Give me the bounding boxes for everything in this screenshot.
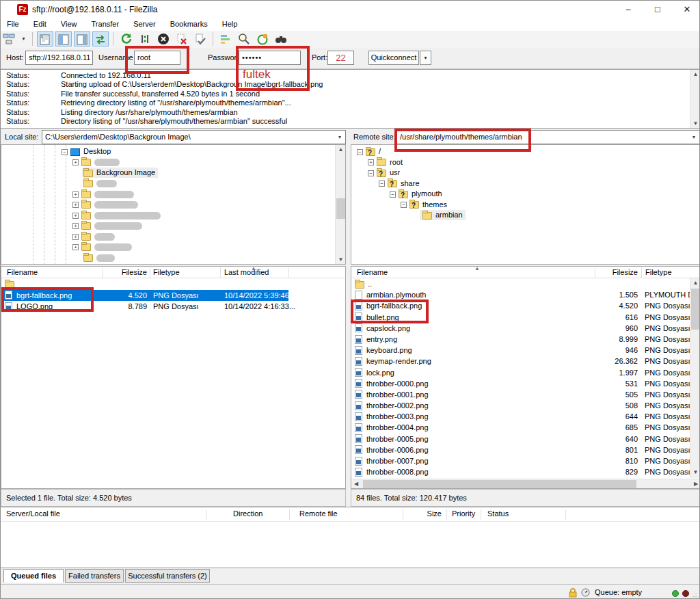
tree-item-armbian[interactable]: armbian bbox=[420, 210, 466, 220]
tree-item-usr[interactable]: −usr bbox=[368, 168, 400, 178]
tree-item-redacted[interactable]: + bbox=[72, 200, 138, 210]
file-row[interactable]: throbber-0008.png829PNG Dosyası bbox=[351, 466, 690, 477]
resize-grip[interactable]: .:: bbox=[692, 591, 698, 598]
scroll-down-icon[interactable]: ▼ bbox=[336, 255, 346, 264]
log-scrollbar[interactable]: ▲ ▼ bbox=[690, 70, 700, 128]
column-header-filename[interactable]: Filename bbox=[7, 268, 38, 276]
tab-successful-transfers[interactable]: Successful transfers (2) bbox=[125, 569, 210, 583]
tree-item-redacted[interactable]: + bbox=[72, 210, 161, 220]
local-site-combobox[interactable]: C:\Users\erdem\Desktop\Backgroun Image\ bbox=[42, 130, 346, 144]
file-row-bgrt-fallback[interactable]: bgrt-fallback.png 4.520 PNG Dosyası 10/1… bbox=[1, 290, 345, 302]
file-row[interactable]: throbber-0004.png685PNG Dosyası bbox=[351, 422, 690, 433]
file-row[interactable]: throbber-0000.png531PNG Dosyası bbox=[351, 378, 690, 389]
tree-item-redacted[interactable] bbox=[83, 252, 115, 263]
column-header-status[interactable]: Status bbox=[487, 509, 509, 518]
column-header-direction[interactable]: Direction bbox=[233, 509, 262, 518]
column-divider[interactable] bbox=[103, 267, 103, 278]
column-header-filename[interactable]: Filename bbox=[357, 268, 388, 276]
speed-limit-gauge-icon[interactable] bbox=[581, 588, 590, 598]
tree-item-root[interactable]: +root bbox=[368, 157, 403, 168]
column-divider[interactable] bbox=[289, 509, 290, 520]
quickconnect-button[interactable]: Quickconnect bbox=[368, 51, 419, 65]
file-row[interactable]: entry.png8.999PNG Dosyası bbox=[351, 334, 690, 345]
column-divider[interactable] bbox=[446, 509, 447, 520]
tree-item-desktop[interactable]: −Desktop bbox=[62, 146, 111, 157]
column-header-filetype[interactable]: Filetype bbox=[645, 268, 672, 276]
tree-item-redacted[interactable]: + bbox=[72, 189, 134, 199]
file-row[interactable]: throbber-0007.png810PNG Dosyası bbox=[351, 455, 690, 466]
file-row[interactable]: capslock.png960PNG Dosyası bbox=[351, 323, 690, 334]
file-row[interactable]: throbber-0005.png640PNG Dosyası bbox=[351, 434, 690, 444]
site-manager-icon[interactable] bbox=[1, 31, 17, 46]
port-input[interactable]: 22 bbox=[327, 51, 354, 65]
file-row-bgrt-fallback[interactable]: bgrt-fallback.png4.520PNG Dosyası bbox=[351, 300, 690, 311]
column-divider[interactable] bbox=[150, 267, 150, 278]
cancel-operation-icon[interactable] bbox=[155, 31, 172, 46]
find-files-icon[interactable] bbox=[273, 31, 289, 46]
menu-file[interactable]: File bbox=[1, 18, 25, 29]
column-divider[interactable] bbox=[220, 267, 221, 278]
menu-server[interactable]: Server bbox=[127, 18, 161, 29]
file-row[interactable]: armbian.plymouth1.505PLYMOUTH D bbox=[351, 289, 690, 300]
refresh-icon[interactable] bbox=[118, 31, 135, 46]
remote-list-vscrollbar[interactable]: ▲ ▼ bbox=[690, 278, 700, 478]
scrollbar-thumb[interactable] bbox=[363, 480, 636, 488]
column-divider[interactable] bbox=[641, 267, 642, 278]
tree-item-share[interactable]: −share bbox=[379, 178, 420, 189]
column-divider[interactable] bbox=[288, 267, 289, 278]
expand-icon[interactable]: + bbox=[72, 244, 79, 250]
remove-from-queue-icon[interactable] bbox=[174, 31, 190, 46]
column-header-filesize[interactable]: Filesize bbox=[104, 268, 147, 276]
scroll-right-icon[interactable]: ▶ bbox=[691, 479, 700, 488]
tree-item-root-slash[interactable]: −/ bbox=[357, 146, 381, 157]
filename-search-icon[interactable] bbox=[236, 31, 252, 46]
scrollbar-thumb[interactable] bbox=[691, 289, 700, 330]
scroll-down-icon[interactable]: ▼ bbox=[690, 119, 700, 128]
file-row-parent-dir[interactable] bbox=[1, 278, 345, 290]
file-row[interactable]: keymap-render.png26.362PNG Dosyası bbox=[351, 356, 690, 367]
collapse-icon[interactable]: − bbox=[401, 202, 407, 208]
password-input[interactable]: •••••• bbox=[239, 51, 301, 65]
column-divider[interactable] bbox=[595, 267, 595, 278]
collapse-icon[interactable]: − bbox=[379, 181, 385, 187]
column-divider[interactable] bbox=[481, 509, 481, 520]
remote-site-combobox[interactable]: /usr/share/plymouth/themes/armbian bbox=[396, 130, 700, 144]
chevron-down-icon[interactable]: ▾ bbox=[692, 134, 695, 140]
scrollbar-thumb[interactable] bbox=[336, 198, 345, 219]
close-button[interactable]: ✕ bbox=[673, 1, 700, 18]
tab-failed-transfers[interactable]: Failed transfers bbox=[65, 569, 124, 583]
tab-queued-files[interactable]: Queued files bbox=[3, 569, 64, 583]
confirm-queue-icon[interactable] bbox=[192, 31, 208, 46]
tree-item-redacted[interactable] bbox=[83, 178, 117, 189]
collapse-icon[interactable]: − bbox=[357, 149, 363, 155]
tree-item-backgroun-image[interactable]: Backgroun Image bbox=[82, 168, 158, 178]
column-header-remote-file[interactable]: Remote file bbox=[299, 509, 338, 518]
quickconnect-dropdown-icon[interactable]: ▾ bbox=[420, 51, 431, 65]
menu-transfer[interactable]: Transfer bbox=[85, 18, 126, 29]
column-header-filesize[interactable]: Filesize bbox=[596, 268, 638, 276]
file-row[interactable]: keyboard.png946PNG Dosyası bbox=[351, 345, 690, 356]
scroll-up-icon[interactable]: ▲ bbox=[690, 70, 700, 79]
column-divider[interactable] bbox=[206, 509, 206, 520]
expand-icon[interactable]: + bbox=[72, 191, 79, 198]
file-row-logo[interactable]: LOGO.png 8.789 PNG Dosyası 10/14/2022 4:… bbox=[1, 301, 345, 312]
file-row[interactable]: throbber-0006.png801PNG Dosyası bbox=[351, 444, 690, 455]
expand-icon[interactable]: + bbox=[72, 159, 79, 165]
remote-list-hscrollbar[interactable]: ◀ ▶ bbox=[351, 479, 700, 488]
tree-item-themes[interactable]: −themes bbox=[401, 200, 447, 210]
expand-icon[interactable]: + bbox=[72, 234, 79, 240]
tree-item-redacted[interactable]: + bbox=[72, 242, 132, 252]
username-input[interactable]: root bbox=[134, 51, 180, 65]
menu-help[interactable]: Help bbox=[216, 18, 244, 29]
menu-bookmarks[interactable]: Bookmarks bbox=[164, 18, 214, 29]
toggle-local-tree-icon[interactable] bbox=[55, 31, 72, 46]
column-header-size[interactable]: Size bbox=[404, 509, 442, 518]
site-manager-dropdown-icon[interactable]: ▾ bbox=[19, 31, 28, 46]
file-row[interactable]: throbber-0002.png508PNG Dosyası bbox=[351, 400, 690, 411]
expand-icon[interactable]: + bbox=[368, 159, 374, 165]
scroll-down-icon[interactable]: ▼ bbox=[690, 468, 700, 477]
expand-icon[interactable]: + bbox=[72, 213, 79, 219]
menu-edit[interactable]: Edit bbox=[27, 18, 53, 29]
scroll-left-icon[interactable]: ◀ bbox=[351, 479, 361, 488]
menu-view[interactable]: View bbox=[55, 18, 83, 29]
